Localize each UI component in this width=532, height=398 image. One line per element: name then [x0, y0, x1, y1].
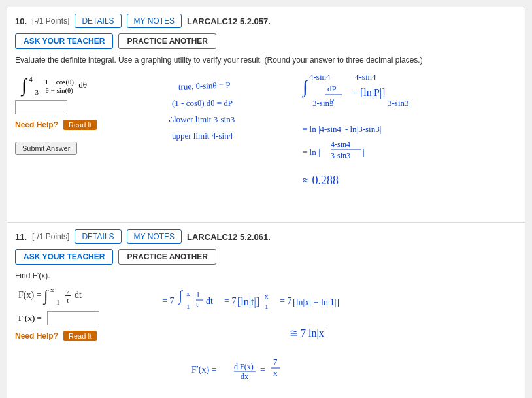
details-button-11[interactable]: DETAILS [75, 229, 121, 244]
fraction-numerator-11: 7 [65, 288, 71, 296]
svg-text:3-sin3: 3-sin3 [331, 151, 350, 160]
fraction-numerator-10: 1 − cos(θ) [44, 78, 75, 86]
integral-sign-10: ∫ [22, 75, 27, 95]
submit-area-10: Submit Answer [15, 137, 152, 155]
problem-10-answer-row [15, 100, 152, 114]
problem-10-actions: ASK YOUR TEACHER PRACTICE ANOTHER [15, 33, 517, 49]
problem-10-formula: ∫ 4 3 1 − cos(θ) θ − sin(θ) dθ [22, 76, 152, 95]
svg-text:dt: dt [206, 296, 213, 306]
svg-text:1: 1 [265, 303, 269, 310]
problem-11-content: Find F′(x). F(x) = ∫ x 1 7 t dt F′(x) = [15, 271, 517, 398]
problem-10-left: ∫ 4 3 1 − cos(θ) θ − sin(θ) dθ Ne [15, 70, 159, 155]
practice-another-button-10[interactable]: PRACTICE ANOTHER [118, 33, 216, 49]
my-notes-button-10[interactable]: MY NOTES [127, 14, 182, 28]
integral-sign-11: ∫ [44, 287, 48, 304]
svg-text:∫: ∫ [177, 288, 184, 305]
svg-text:4-sin4: 4-sin4 [355, 72, 376, 82]
fraction-11: 7 t [65, 288, 71, 304]
lower-limit-10: 3 [35, 88, 39, 96]
problem-11-instructions: Find F′(x). [15, 271, 152, 280]
svg-text:= ln |: = ln | [303, 147, 320, 157]
upper-limit-10: 4 [29, 75, 33, 83]
svg-text:7: 7 [273, 357, 278, 367]
problem-11-actions: ASK YOUR TEACHER PRACTICE ANOTHER [15, 249, 517, 265]
svg-text:dx: dx [241, 372, 248, 381]
problem-10-content: Evaluate the definite integral. Use a gr… [15, 56, 517, 216]
submit-button-10[interactable]: Submit Answer [15, 142, 77, 155]
problem-10-points: [-/1 Points] [32, 16, 69, 25]
svg-text:x: x [273, 368, 278, 378]
svg-text:3-sin3: 3-sin3 [388, 98, 409, 108]
fraction-denominator-10: θ − sin(θ) [44, 86, 75, 94]
svg-text:true,  θ-sinθ = P: true, θ-sinθ = P [178, 80, 231, 91]
svg-text:x: x [265, 292, 269, 300]
dt-label: dt [75, 290, 82, 300]
svg-text:∴lower limit 3-sin3: ∴lower limit 3-sin3 [169, 114, 235, 124]
read-it-button-10[interactable]: Read It [63, 120, 97, 130]
problem-10-section: 10. [-/1 Points] DETAILS MY NOTES LARCAL… [7, 7, 525, 223]
problem-11-header: 11. [-/1 Points] DETAILS MY NOTES LARCAL… [15, 229, 517, 244]
svg-text:4-sin4: 4-sin4 [331, 140, 350, 149]
svg-text:t: t [196, 299, 199, 308]
svg-text:= 7: = 7 [162, 296, 174, 306]
svg-text:[ln|x| − ln|1|]: [ln|x| − ln|1|] [293, 297, 339, 307]
svg-text:≈ 0.288: ≈ 0.288 [303, 174, 339, 187]
need-help-label-10: Need Help? [15, 120, 58, 129]
problem-10-solution: true, θ-sinθ = P (1 - cosθ) dθ = dP ∴low… [159, 70, 517, 216]
svg-text:= [ln|P|]: = [ln|P|] [352, 87, 385, 99]
ask-teacher-button-11[interactable]: ASK YOUR TEACHER [15, 249, 113, 265]
problem-11-reference: LARCALC12 5.2.061. [187, 232, 271, 242]
svg-text:= ln |4-sin4| - ln|3-sin3|: = ln |4-sin4| - ln|3-sin3| [303, 124, 381, 134]
lower-limit-11: 1 [56, 298, 60, 306]
svg-text:∫: ∫ [301, 76, 309, 98]
svg-text:x: x [186, 290, 190, 297]
svg-text:=: = [260, 365, 265, 374]
svg-text:P: P [329, 96, 334, 106]
svg-text:d F(x): d F(x) [234, 362, 254, 371]
ask-teacher-button-10[interactable]: ASK YOUR TEACHER [15, 33, 113, 49]
upper-limit-11: x [50, 286, 54, 293]
svg-text:[ln|t|]: [ln|t|] [237, 296, 259, 308]
svg-text:= 7: = 7 [280, 296, 291, 306]
problem-10-need-help: Need Help? Read It [15, 120, 152, 130]
problem-10-number: 10. [15, 16, 27, 26]
answer-input-11[interactable] [47, 311, 99, 325]
problem-11-formula: F(x) = ∫ x 1 7 t dt [18, 287, 152, 305]
main-container: 10. [-/1 Points] DETAILS MY NOTES LARCAL… [7, 7, 525, 398]
problem-10-instructions: Evaluate the definite integral. Use a gr… [15, 56, 517, 65]
fx-label: F(x) = [18, 290, 44, 300]
problem-11-points: [-/1 Points] [32, 232, 69, 241]
practice-another-button-11[interactable]: PRACTICE ANOTHER [118, 249, 216, 265]
svg-text:1: 1 [186, 303, 190, 310]
svg-text:|: | [363, 147, 365, 157]
need-help-label-11: Need Help? [15, 331, 58, 340]
answer-input-10[interactable] [15, 100, 67, 114]
details-button-10[interactable]: DETAILS [75, 14, 121, 28]
svg-text:F′(x) =: F′(x) = [191, 365, 217, 375]
problem-11-solution: = 7 ∫ x 1 1 t dt = 7 [ln|t|] x 1 = 7 [ln… [159, 271, 517, 398]
fraction-10: 1 − cos(θ) θ − sin(θ) [44, 78, 75, 94]
svg-text:= 7: = 7 [224, 296, 236, 306]
handwritten-solution-11: = 7 ∫ x 1 1 t dt = 7 [ln|t|] x 1 = 7 [ln… [159, 271, 525, 398]
integrand-10: 1 − cos(θ) θ − sin(θ) dθ [42, 80, 87, 90]
fraction-denominator-11: t [65, 296, 70, 304]
problem-11-left: Find F′(x). F(x) = ∫ x 1 7 t dt F′(x) = [15, 271, 159, 341]
my-notes-button-11[interactable]: MY NOTES [127, 229, 182, 244]
read-it-button-11[interactable]: Read It [63, 331, 97, 341]
problem-10-reference: LARCALC12 5.2.057. [187, 16, 271, 26]
problem-11-answer-row: F′(x) = [18, 311, 152, 325]
svg-text:(1 - cosθ) dθ = dP: (1 - cosθ) dθ = dP [172, 98, 233, 108]
fprime-label: F′(x) = [18, 313, 42, 323]
svg-text:1: 1 [196, 290, 200, 299]
svg-text:upper limit 4-sin4: upper limit 4-sin4 [172, 131, 233, 141]
problem-11-section: 11. [-/1 Points] DETAILS MY NOTES LARCAL… [7, 223, 525, 398]
svg-text:4-sin4: 4-sin4 [309, 72, 331, 82]
problem-11-need-help: Need Help? Read It [15, 331, 152, 341]
svg-text:dP: dP [327, 84, 337, 93]
problem-10-header: 10. [-/1 Points] DETAILS MY NOTES LARCAL… [15, 14, 517, 28]
handwritten-solution-10: true, θ-sinθ = P (1 - cosθ) dθ = dP ∴low… [159, 70, 525, 214]
problem-11-number: 11. [15, 232, 27, 242]
svg-text:≅ 7 ln|x|: ≅ 7 ln|x| [290, 327, 326, 339]
